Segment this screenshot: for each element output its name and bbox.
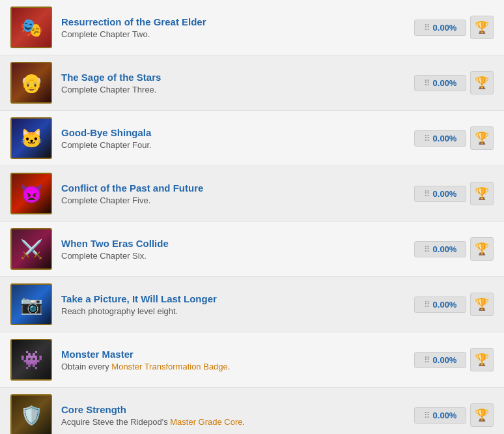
achievement-text-sage: The Sage of the StarsComplete Chapter Th… xyxy=(61,72,405,94)
achievement-icon-core: 🛡️ xyxy=(10,394,52,434)
achievement-row: 👴The Sage of the StarsComplete Chapter T… xyxy=(0,55,504,111)
grid-dots-icon: ⠿ xyxy=(424,411,430,420)
achievement-desc-core: Acquire Steve the Ridepod's Master Grade… xyxy=(61,417,405,427)
grid-dots-icon: ⠿ xyxy=(424,300,430,310)
achievement-title-goodbye: Good-Bye Shingala xyxy=(61,127,405,138)
achievement-title-conflict: Conflict of the Past and Future xyxy=(61,182,405,194)
trophy-button-monster[interactable]: 🏆 xyxy=(470,348,494,371)
achievement-text-monster: Monster MasterObtain every Monster Trans… xyxy=(61,349,405,371)
trophy-button-sage[interactable]: 🏆 xyxy=(470,71,494,94)
achievement-right-eras: ⠿0.00%🏆 xyxy=(414,237,494,261)
achievement-text-conflict: Conflict of the Past and FutureComplete … xyxy=(61,182,405,205)
achievement-right-monster: ⠿0.00%🏆 xyxy=(414,348,494,371)
achievement-desc-sage: Complete Chapter Three. xyxy=(61,85,405,94)
trophy-button-eras[interactable]: 🏆 xyxy=(470,237,494,261)
percent-value-conflict: 0.00% xyxy=(433,189,457,199)
percent-badge-picture: ⠿0.00% xyxy=(414,297,466,313)
grid-dots-icon: ⠿ xyxy=(424,134,430,143)
grid-dots-icon: ⠿ xyxy=(424,23,430,33)
percent-badge-core: ⠿0.00% xyxy=(414,407,466,424)
achievement-right-core: ⠿0.00%🏆 xyxy=(414,403,494,427)
percent-value-picture: 0.00% xyxy=(433,300,457,310)
percent-badge-goodbye: ⠿0.00% xyxy=(414,130,466,147)
percent-badge-eras: ⠿0.00% xyxy=(414,241,466,257)
percent-badge-resurrection: ⠿0.00% xyxy=(414,20,466,36)
achievement-right-conflict: ⠿0.00%🏆 xyxy=(414,182,494,205)
achievement-icon-sage: 👴 xyxy=(10,62,52,104)
achievement-list: 🎭Resurrection of the Great ElderComplete… xyxy=(0,0,504,434)
trophy-button-picture[interactable]: 🏆 xyxy=(470,293,494,316)
grid-dots-icon: ⠿ xyxy=(424,244,430,254)
achievement-icon-picture: 📷 xyxy=(10,283,52,325)
achievement-title-eras: When Two Eras Collide xyxy=(61,238,405,249)
achievement-title-monster: Monster Master xyxy=(61,349,405,360)
achievement-row: 👾Monster MasterObtain every Monster Tran… xyxy=(0,332,504,388)
percent-value-eras: 0.00% xyxy=(433,244,457,254)
percent-value-core: 0.00% xyxy=(433,411,457,420)
achievement-row: 🎭Resurrection of the Great ElderComplete… xyxy=(0,0,504,55)
percent-value-resurrection: 0.00% xyxy=(433,23,457,33)
grid-dots-icon: ⠿ xyxy=(424,189,430,199)
percent-badge-conflict: ⠿0.00% xyxy=(414,186,466,202)
achievement-desc-picture: Reach photography level eight. xyxy=(61,306,405,316)
achievement-icon-conflict: 👿 xyxy=(10,173,52,214)
percent-value-goodbye: 0.00% xyxy=(433,134,457,143)
achievement-right-goodbye: ⠿0.00%🏆 xyxy=(414,126,494,150)
achievement-right-picture: ⠿0.00%🏆 xyxy=(414,293,494,316)
percent-value-sage: 0.00% xyxy=(433,78,457,88)
trophy-button-conflict[interactable]: 🏆 xyxy=(470,182,494,205)
achievement-row: 🛡️Core StrengthAcquire Steve the Ridepod… xyxy=(0,388,504,434)
achievement-text-picture: Take a Picture, It Will Last LongerReach… xyxy=(61,293,405,316)
achievement-row: 👿Conflict of the Past and FutureComplete… xyxy=(0,166,504,222)
percent-badge-sage: ⠿0.00% xyxy=(414,75,466,91)
achievement-desc-resurrection: Complete Chapter Two. xyxy=(61,29,405,39)
achievement-title-sage: The Sage of the Stars xyxy=(61,72,405,83)
achievement-desc-conflict: Complete Chapter Five. xyxy=(61,195,405,205)
achievement-icon-eras: ⚔️ xyxy=(10,228,52,270)
trophy-button-goodbye[interactable]: 🏆 xyxy=(470,126,494,150)
percent-badge-monster: ⠿0.00% xyxy=(414,352,466,368)
achievement-text-core: Core StrengthAcquire Steve the Ridepod's… xyxy=(61,404,405,427)
achievement-right-resurrection: ⠿0.00%🏆 xyxy=(414,16,494,39)
trophy-button-resurrection[interactable]: 🏆 xyxy=(470,16,494,39)
achievement-icon-resurrection: 🎭 xyxy=(10,7,52,48)
achievement-desc-monster: Obtain every Monster Transformation Badg… xyxy=(61,362,405,371)
achievement-title-core: Core Strength xyxy=(61,404,405,415)
achievement-icon-monster: 👾 xyxy=(10,339,52,381)
achievement-desc-goodbye: Complete Chapter Four. xyxy=(61,140,405,150)
achievement-row: 📷Take a Picture, It Will Last LongerReac… xyxy=(0,277,504,332)
trophy-button-core[interactable]: 🏆 xyxy=(470,403,494,427)
grid-dots-icon: ⠿ xyxy=(424,78,430,88)
achievement-row: 🐱Good-Bye ShingalaComplete Chapter Four.… xyxy=(0,111,504,166)
percent-value-monster: 0.00% xyxy=(433,355,457,365)
achievement-icon-goodbye: 🐱 xyxy=(10,117,52,159)
achievement-text-eras: When Two Eras CollideComplete Chapter Si… xyxy=(61,238,405,261)
achievement-desc-eras: Complete Chapter Six. xyxy=(61,251,405,261)
achievement-text-goodbye: Good-Bye ShingalaComplete Chapter Four. xyxy=(61,127,405,150)
achievement-title-picture: Take a Picture, It Will Last Longer xyxy=(61,293,405,304)
achievement-row: ⚔️When Two Eras CollideComplete Chapter … xyxy=(0,222,504,277)
achievement-text-resurrection: Resurrection of the Great ElderComplete … xyxy=(61,16,405,39)
achievement-title-resurrection: Resurrection of the Great Elder xyxy=(61,16,405,27)
grid-dots-icon: ⠿ xyxy=(424,355,430,365)
achievement-right-sage: ⠿0.00%🏆 xyxy=(414,71,494,94)
